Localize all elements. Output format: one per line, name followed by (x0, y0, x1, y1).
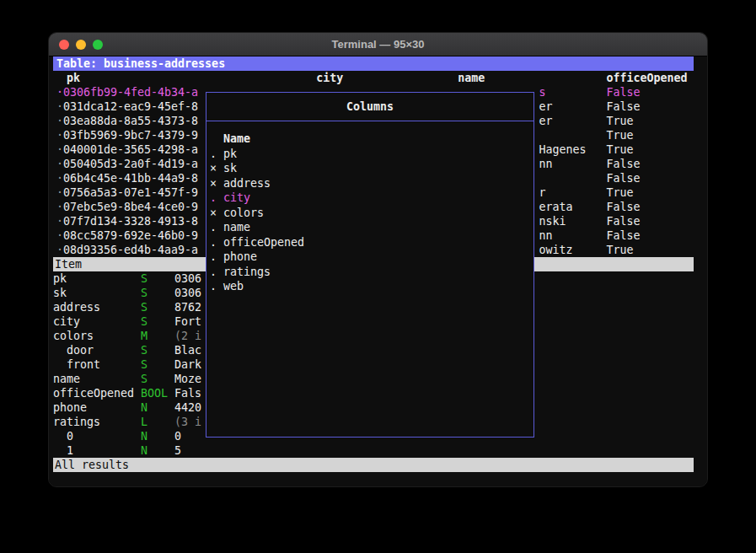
item-attr-name: sk (53, 286, 67, 300)
column-option-colors[interactable]: ×colors (210, 206, 533, 221)
item-attr-name: ratings (53, 415, 100, 429)
cell-pk: 07ebc5e9-8be4-4ce0-9 (63, 200, 198, 214)
cell-name-fragment: Hagenes (539, 142, 586, 157)
cell-office-opened: True (606, 243, 633, 257)
cell-office-opened: False (606, 85, 640, 99)
item-attr-value: (2 i (174, 329, 201, 343)
item-attr-value: Fort (174, 314, 201, 329)
column-option-officeopened[interactable]: .officeOpened (210, 235, 533, 250)
column-visibility-marker: × (210, 176, 223, 191)
column-option-label: name (223, 221, 250, 234)
column-option-label: address (223, 177, 271, 190)
column-visibility-marker: . (210, 235, 223, 250)
table-title: Table: business-addresses (56, 56, 225, 71)
table-header-row: pk city name officeOpened (53, 71, 694, 85)
item-attr-name: 1 (67, 443, 73, 458)
cell-name-fragment: r (539, 185, 545, 200)
item-attr-type: S (141, 314, 147, 329)
column-option-name[interactable]: .name (210, 220, 533, 235)
column-visibility-marker: . (210, 250, 223, 265)
item-attr-name: name (53, 372, 80, 386)
item-attr-value: 0306 (174, 271, 201, 286)
row-select-marker: · (56, 85, 63, 99)
column-option-city[interactable]: .city (210, 191, 533, 206)
zoom-button[interactable] (93, 40, 103, 50)
cell-pk: 08d93356-ed4b-4aa9-a (63, 243, 198, 257)
window-titlebar[interactable]: Terminal — 95×30 (49, 33, 707, 56)
item-attr-type: N (141, 429, 147, 443)
cell-pk: 07f7d134-3328-4913-8 (63, 214, 198, 228)
row-select-marker: · (56, 185, 63, 200)
item-attr-value: 4420 (174, 400, 201, 415)
column-option-address[interactable]: ×address (210, 176, 533, 191)
item-attr-type: S (141, 343, 147, 357)
row-select-marker: · (56, 228, 63, 243)
item-row: 1 N 5 (53, 443, 694, 458)
cell-office-opened: True (606, 142, 633, 157)
item-attr-name: officeOpened (53, 386, 134, 400)
header-city: city (316, 71, 343, 85)
cell-office-opened: False (606, 228, 640, 243)
column-option-label: phone (223, 250, 257, 263)
item-attr-type: S (141, 300, 147, 314)
item-attr-value: 0 (174, 429, 181, 443)
item-panel-title: Item (55, 257, 82, 271)
item-attr-type: S (141, 372, 147, 386)
cell-pk: 050405d3-2a0f-4d19-a (63, 157, 198, 171)
cell-office-opened: True (606, 114, 633, 128)
item-attr-name: 0 (67, 429, 73, 443)
modal-column-header: Name (223, 132, 533, 147)
column-option-label: ratings (223, 266, 271, 278)
column-option-label: pk (223, 148, 237, 160)
column-option-label: web (223, 280, 244, 293)
cell-name-fragment: s (539, 85, 545, 99)
column-option-web[interactable]: .web (210, 279, 533, 294)
modal-title: Columns (206, 93, 533, 121)
row-select-marker: · (56, 99, 63, 114)
cell-office-opened: True (606, 128, 633, 142)
column-option-sk[interactable]: ×sk (210, 161, 533, 176)
item-attr-name: city (53, 314, 80, 329)
modal-body: Name .pk ×sk ×address .city ×colors .nam… (206, 121, 533, 294)
item-attr-value: 0306 (174, 286, 201, 300)
cell-pk: 031dca12-eac9-45ef-8 (63, 99, 198, 114)
column-option-ratings[interactable]: .ratings (210, 265, 533, 280)
item-attr-type: S (141, 357, 147, 372)
cell-pk: 0756a5a3-07e1-457f-9 (63, 185, 198, 200)
cell-name-fragment: er (539, 99, 552, 114)
row-select-marker: · (56, 128, 63, 142)
column-option-pk[interactable]: .pk (210, 147, 533, 162)
column-visibility-marker: . (210, 220, 223, 235)
item-attr-type: L (141, 415, 147, 429)
cell-office-opened: False (606, 157, 640, 171)
cell-pk: 08cc5879-692e-46b0-9 (63, 228, 198, 243)
item-attr-value: (3 i (174, 415, 201, 429)
cell-pk: 0306fb99-4fed-4b34-a (63, 85, 198, 99)
desktop-background: Terminal — 95×30 Table: business-address… (0, 0, 756, 553)
minimize-button[interactable] (76, 40, 86, 50)
cell-office-opened: False (606, 200, 640, 214)
item-attr-type: N (141, 400, 147, 415)
cell-name-fragment: owitz (539, 243, 572, 257)
item-attr-name: pk (53, 271, 67, 286)
column-visibility-marker: × (210, 206, 223, 221)
header-office-opened: officeOpened (606, 71, 687, 85)
row-select-marker: · (56, 171, 63, 185)
close-button[interactable] (59, 40, 69, 50)
row-select-marker: · (56, 114, 63, 128)
column-option-label: city (223, 191, 250, 204)
item-attr-name: address (53, 300, 100, 314)
column-option-phone[interactable]: .phone (210, 250, 533, 265)
cell-name-fragment: nn (539, 228, 552, 243)
item-attr-name: colors (53, 329, 94, 343)
item-attr-value: Moze (174, 372, 201, 386)
column-visibility-marker: . (210, 191, 223, 206)
cell-name-fragment: nn (539, 157, 552, 171)
row-select-marker: · (56, 200, 63, 214)
status-bar: All results (53, 458, 694, 472)
column-option-label: sk (223, 162, 237, 174)
window-title: Terminal — 95×30 (49, 38, 707, 51)
row-select-marker: · (56, 243, 63, 257)
column-visibility-marker: . (210, 279, 223, 294)
item-attr-name: door (67, 343, 94, 357)
